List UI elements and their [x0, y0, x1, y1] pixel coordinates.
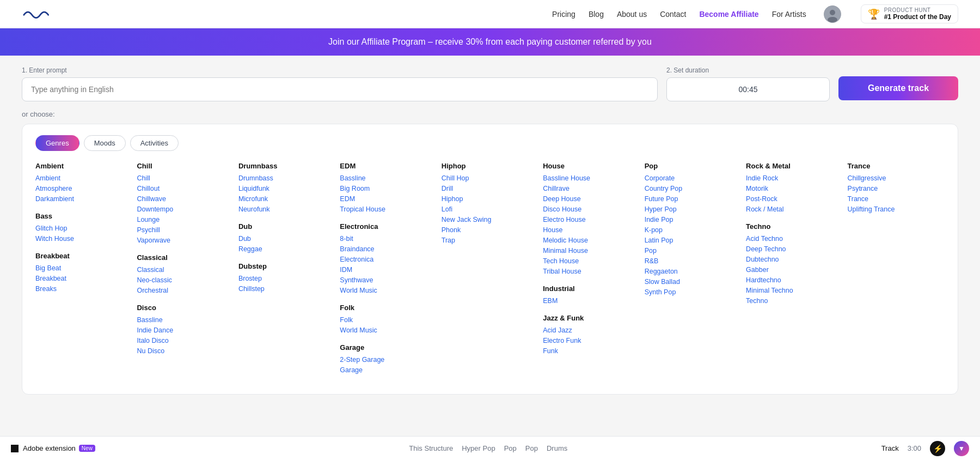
genre-item[interactable]: Deep House [543, 195, 640, 203]
affiliate-banner[interactable]: Join our Affiliate Program – receive 30%… [0, 28, 980, 56]
genre-item[interactable]: World Music [340, 326, 437, 334]
genre-item[interactable]: IDM [340, 266, 437, 274]
genre-item[interactable]: Trance [848, 195, 945, 203]
contact-link[interactable]: Contact [660, 10, 686, 19]
genre-item[interactable]: Folk [340, 316, 437, 324]
genre-item[interactable]: Glitch Hop [35, 225, 132, 232]
genre-item[interactable]: Chillgressive [848, 174, 945, 182]
genre-item[interactable]: Post-Rock [746, 195, 843, 203]
genre-item[interactable]: Chill [137, 174, 234, 182]
genre-item[interactable]: Rock / Metal [746, 205, 843, 213]
genre-item[interactable]: Slow Ballad [645, 278, 742, 286]
genre-item[interactable]: Minimal Techno [746, 287, 843, 294]
genre-item[interactable]: Electro House [543, 216, 640, 223]
genre-item[interactable]: Indie Dance [137, 326, 234, 334]
genre-item[interactable]: New Jack Swing [442, 216, 538, 223]
genre-item[interactable]: Classical [137, 266, 234, 274]
genre-item[interactable]: Chillout [137, 185, 234, 192]
genre-item[interactable]: Acid Jazz [543, 326, 640, 334]
genre-item[interactable]: Atmosphere [35, 185, 132, 192]
genre-item[interactable]: Reggae [238, 245, 335, 253]
for-artists-link[interactable]: For Artists [772, 10, 806, 19]
genre-item[interactable]: Garage [340, 366, 437, 374]
genre-item[interactable]: Bassline [137, 316, 234, 324]
genre-item[interactable]: Witch House [35, 235, 132, 243]
genre-item[interactable]: K-pop [645, 226, 742, 234]
genre-item[interactable]: Country Pop [645, 185, 742, 192]
genre-item[interactable]: Lounge [137, 216, 234, 223]
genre-item[interactable]: Techno [746, 297, 843, 305]
genre-item[interactable]: Big Beat [35, 264, 132, 272]
genre-item[interactable]: Deep Techno [746, 245, 843, 253]
genre-item[interactable]: Chillrave [543, 185, 640, 192]
genre-item[interactable]: Brostep [238, 275, 335, 282]
genre-item[interactable]: House [543, 226, 640, 234]
tab-moods[interactable]: Moods [84, 135, 126, 151]
generate-button[interactable]: Generate track [838, 76, 958, 100]
genre-item[interactable]: Reggaeton [645, 268, 742, 275]
genre-item[interactable]: 8-bit [340, 235, 437, 243]
genre-item[interactable]: Corporate [645, 174, 742, 182]
genre-item[interactable]: Indie Rock [746, 174, 843, 182]
blog-link[interactable]: Blog [589, 10, 604, 19]
genre-item[interactable]: Synthwave [340, 276, 437, 284]
genre-item[interactable]: Vaporwave [137, 237, 234, 244]
genre-item[interactable]: Tropical House [340, 205, 437, 213]
genre-item[interactable]: Trap [442, 237, 538, 244]
genre-item[interactable]: Dubtechno [746, 256, 843, 263]
genre-item[interactable]: EDM [340, 195, 437, 203]
genre-item[interactable]: Nu Disco [137, 347, 234, 355]
genre-item[interactable]: Bassline House [543, 174, 640, 182]
genre-item[interactable]: Gabber [746, 266, 843, 274]
genre-item[interactable]: Electro Funk [543, 337, 640, 344]
genre-item[interactable]: Braindance [340, 245, 437, 253]
genre-item[interactable]: Darkambient [35, 195, 132, 203]
genre-item[interactable]: Breaks [35, 285, 132, 293]
genre-item[interactable]: Chillstep [238, 285, 335, 293]
tab-genres[interactable]: Genres [35, 135, 79, 151]
genre-item[interactable]: Melodic House [543, 237, 640, 244]
genre-item[interactable]: EBM [543, 297, 640, 305]
genre-item[interactable]: Indie Pop [645, 216, 742, 223]
genre-item[interactable]: Psytrance [848, 185, 945, 192]
genre-item[interactable]: Orchestral [137, 287, 234, 294]
pricing-link[interactable]: Pricing [552, 10, 575, 19]
genre-item[interactable]: Bassline [340, 174, 437, 182]
genre-item[interactable]: Drumnbass [238, 174, 335, 182]
genre-item[interactable]: Motorik [746, 185, 843, 192]
genre-item[interactable]: Hardtechno [746, 276, 843, 284]
duration-input[interactable] [666, 77, 830, 101]
genre-item[interactable]: Microfunk [238, 195, 335, 203]
genre-item[interactable]: Big Room [340, 185, 437, 192]
about-link[interactable]: About us [617, 10, 647, 19]
genre-item[interactable]: Chill Hop [442, 174, 538, 182]
genre-item[interactable]: Downtempo [137, 205, 234, 213]
genre-item[interactable]: World Music [340, 287, 437, 294]
prompt-input[interactable] [22, 77, 658, 101]
genre-item[interactable]: Hyper Pop [645, 205, 742, 213]
genre-item[interactable]: Funk [543, 347, 640, 355]
tab-activities[interactable]: Activities [130, 135, 179, 151]
genre-item[interactable]: R&B [645, 257, 742, 265]
avatar[interactable] [824, 5, 841, 23]
genre-item[interactable]: Liquidfunk [238, 185, 335, 192]
genre-item[interactable]: Ambient [35, 174, 132, 182]
genre-item[interactable]: Minimal House [543, 247, 640, 255]
genre-item[interactable]: Electronica [340, 256, 437, 263]
genre-item[interactable]: Dub [238, 235, 335, 243]
genre-item[interactable]: Psychill [137, 226, 234, 234]
genre-item[interactable]: Drill [442, 185, 538, 192]
genre-item[interactable]: Uplifting Trance [848, 205, 945, 213]
affiliate-link[interactable]: Become Affiliate [699, 10, 758, 19]
genre-item[interactable]: 2-Step Garage [340, 356, 437, 364]
genre-item[interactable]: Hiphop [442, 195, 538, 203]
genre-item[interactable]: Tech House [543, 257, 640, 265]
genre-item[interactable]: Future Pop [645, 195, 742, 203]
logo[interactable] [22, 5, 54, 23]
genre-item[interactable]: Tribal House [543, 268, 640, 275]
genre-item[interactable]: Pop [645, 247, 742, 255]
genre-item[interactable]: Acid Techno [746, 235, 843, 243]
genre-item[interactable]: Chillwave [137, 195, 234, 203]
genre-item[interactable]: Italo Disco [137, 337, 234, 344]
genre-item[interactable]: Synth Pop [645, 288, 742, 296]
